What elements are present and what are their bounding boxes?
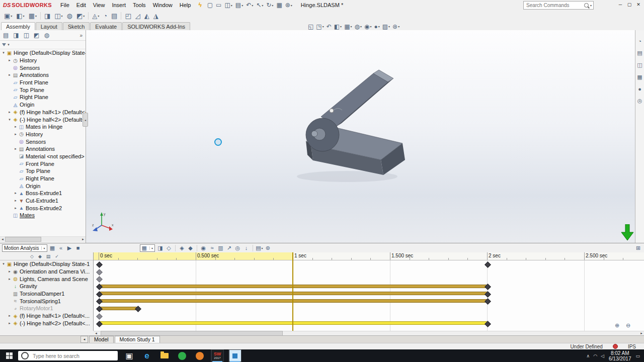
propertymanager-tab[interactable]: ◨ (13, 32, 19, 39)
tree-item-origin[interactable]: ◬Origin (0, 101, 86, 109)
design-library-button[interactable]: ▤ (637, 50, 642, 56)
scroll-left-icon[interactable]: ◂ (0, 237, 5, 241)
tree-item-boss-extrude1[interactable]: ▸▲Boss-Extrude1 (0, 190, 86, 197)
stop-button[interactable]: ■ (74, 244, 82, 252)
expand-arrow-icon[interactable]: ▾ (1, 51, 6, 55)
collapse-motionmanager-button[interactable]: ⊞ (634, 244, 642, 252)
force-button[interactable]: ↗ (225, 244, 233, 252)
expand-arrow-icon[interactable]: ▸ (13, 147, 18, 151)
keypoint[interactable] (96, 269, 103, 276)
appearances-scenes-button[interactable]: ● (638, 86, 641, 92)
timeline-row-lights-cameras-scene[interactable] (94, 275, 644, 283)
smart-fasteners-button[interactable]: ◨ (42, 11, 52, 20)
app-orange-button[interactable] (193, 349, 206, 362)
units-indicator[interactable]: IPS (628, 344, 636, 349)
keypoint[interactable] (96, 261, 103, 268)
assembly-features-button[interactable]: ◩▾ (74, 11, 87, 20)
tree-item-front-plane-2[interactable]: ▱Front Plane (0, 160, 86, 167)
timeline-hscrollbar[interactable]: ◂ ▸ (94, 331, 644, 335)
filter-selected-icon[interactable]: ✓ (55, 254, 59, 259)
expand-arrow-icon[interactable]: ▸ (13, 199, 18, 203)
timeline-row-hinge-assembly[interactable] (94, 260, 644, 268)
volume-icon[interactable]: ◁ (601, 353, 604, 358)
tree-item-history-2[interactable]: ▸◷History (0, 131, 86, 138)
filter-animated-icon[interactable]: ◇ (30, 254, 34, 259)
calculate-button[interactable]: ▦ (49, 244, 56, 252)
tree-item-rotary-motor1[interactable]: ◕RotaryMotor1 (0, 305, 93, 312)
motion-study-properties-button[interactable]: ⊛ (264, 244, 272, 252)
start-button[interactable] (0, 349, 18, 362)
featuremanager-tree-tab[interactable]: ▤ (3, 32, 9, 39)
expand-arrow-icon[interactable]: ▸ (7, 314, 12, 318)
expand-arrow-icon[interactable]: ▾ (1, 262, 6, 266)
tree-item-history[interactable]: ▸◷History (0, 57, 86, 64)
tree-item-origin-2[interactable]: ◬Origin (0, 182, 86, 190)
timeline-zoom-in-button[interactable]: ⊕ (613, 322, 621, 329)
filter-driving-icon[interactable]: ◆ (38, 254, 42, 259)
timeline-row-gravity[interactable] (94, 283, 644, 290)
menu-insert[interactable]: Insert (108, 1, 129, 9)
tab-assembly[interactable]: Assembly (1, 22, 35, 30)
tab-solidworks-add-ins[interactable]: SOLIDWORKS Add-Ins (122, 22, 190, 30)
zoom-area-button[interactable]: ◳▾ (316, 23, 324, 30)
tree-item-mates[interactable]: ◫Mates (0, 212, 86, 219)
tree-item-top-plane[interactable]: ▱Top Plane (0, 86, 86, 94)
tree-item-torsional-damper1[interactable]: ▥TorsionalDamper1 (0, 290, 93, 298)
expand-arrow-icon[interactable]: ▸ (7, 58, 12, 62)
tree-item-annotations-2[interactable]: ▸▤Annotations (0, 145, 86, 153)
scroll-right-icon[interactable]: ▸ (639, 331, 644, 335)
task-view-button[interactable]: ▣ (123, 349, 136, 362)
tree-item-sensors-2[interactable]: ◎Sensors (0, 138, 86, 145)
gravity-button[interactable]: ↓ (243, 244, 250, 252)
timeline-row-torsional-spring1[interactable] (94, 297, 644, 305)
taskbar-clock[interactable]: 8:02 AM 6/13/2017 (609, 350, 631, 361)
spring-button[interactable]: ≈ (208, 244, 216, 252)
search-dropdown-icon[interactable]: ▾ (590, 4, 592, 7)
expand-arrow-icon[interactable]: ▸ (7, 277, 12, 281)
edge-button[interactable]: e (140, 349, 153, 362)
filter-results-icon[interactable]: ▤ (46, 254, 51, 259)
panel-chevron-icon[interactable]: » (79, 33, 83, 38)
taskbar-search-input[interactable] (32, 352, 115, 359)
recorder-button[interactable] (228, 349, 242, 362)
zoom-fit-button[interactable]: ◱ (308, 23, 313, 30)
taskbar-search[interactable] (18, 351, 118, 360)
motor-button[interactable]: ◉ (200, 244, 207, 252)
rebuild-button[interactable]: ↻▾ (265, 1, 275, 9)
select-button[interactable]: ↖▾ (255, 1, 265, 9)
menu-edit[interactable]: Edit (73, 1, 90, 9)
tree-item-cut-extrude1[interactable]: ▸▼Cut-Extrude1 (0, 197, 86, 205)
bill-of-materials-button[interactable]: ▤ (109, 11, 119, 20)
tab-motion-study-1[interactable]: Motion Study 1 (115, 336, 160, 343)
tab-layout[interactable]: Layout (36, 22, 62, 30)
tree-item-hinge-half-1[interactable]: ▸◈(f) Hinge half<1> (Default<<Default>..… (0, 109, 86, 116)
play-from-start-button[interactable]: « (57, 244, 65, 252)
timeline-row-hinge-half-2[interactable] (94, 320, 644, 327)
view-palette-button[interactable]: ▦ (637, 74, 642, 80)
tree-item-hinge-half-1[interactable]: ▸◈(f) Hinge half<1> (Default<... (0, 312, 93, 320)
custom-properties-button[interactable]: ◎ (637, 98, 642, 104)
keypoint[interactable] (485, 261, 491, 268)
previous-view-button[interactable]: ↶ (327, 23, 332, 30)
scroll-thumb[interactable] (5, 237, 41, 242)
view-orientation-button[interactable]: ▦▾ (344, 23, 352, 30)
new-document-button[interactable]: ▢ (206, 1, 214, 9)
command-search[interactable]: ▾ (523, 1, 594, 10)
maximize-button[interactable]: ▢ (625, 1, 634, 8)
configurationmanager-tab[interactable]: ◫ (24, 32, 29, 39)
menu-window[interactable]: Window (149, 1, 176, 9)
expand-arrow-icon[interactable]: ▸ (7, 110, 12, 114)
timeline-row-torsional-damper1[interactable] (94, 290, 644, 298)
tree-item-lights-cameras-scene[interactable]: ▸◍Lights, Cameras and Scene (0, 275, 93, 283)
expand-arrow-icon[interactable]: ▾ (7, 118, 12, 122)
new-motion-study-button[interactable]: ◔ (101, 11, 109, 20)
section-view-button[interactable]: ◧▾ (334, 23, 342, 30)
display-style-button[interactable]: ◍▾ (354, 23, 362, 30)
change-bar-rotary-motor1[interactable] (99, 307, 137, 310)
tree-item-material[interactable]: ◪Material <not specified> (0, 153, 86, 160)
tree-item-hinge-assembly[interactable]: ▾▣Hinge (Default<Display State-1>) (0, 49, 86, 57)
timeline-row-rotary-motor1[interactable] (94, 305, 644, 312)
tree-item-orientation-camera-views[interactable]: ▸◉Orientation and Camera Vi... (0, 268, 93, 276)
keypoint[interactable] (96, 277, 103, 283)
filter-dropdown-icon[interactable]: ▼ (7, 43, 10, 46)
